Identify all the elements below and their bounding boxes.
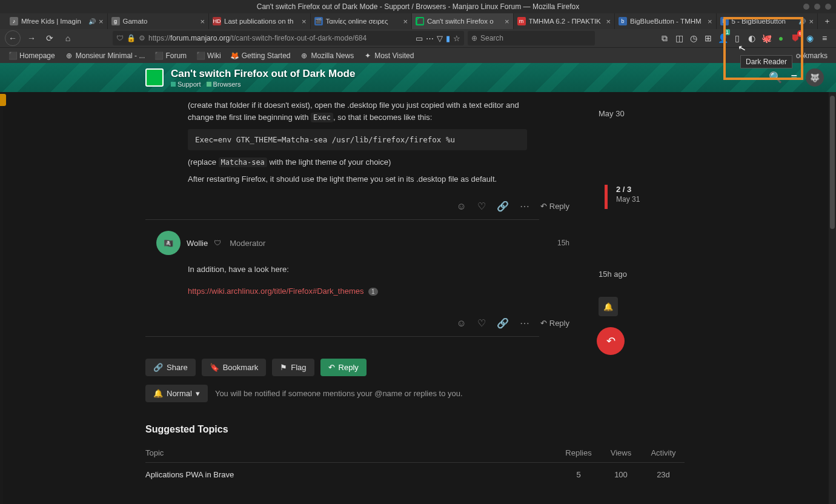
post-username[interactable]: Wollie bbox=[187, 239, 208, 248]
close-tab-icon[interactable]: × bbox=[809, 17, 814, 26]
search-placeholder: Search bbox=[480, 34, 503, 42]
link-icon[interactable]: 🔗 bbox=[497, 201, 509, 212]
scrollbar-thumb[interactable] bbox=[830, 96, 835, 229]
flag-icon[interactable]: ▮ bbox=[446, 34, 450, 43]
reload-button[interactable]: ⟳ bbox=[42, 31, 57, 45]
extension-icon[interactable]: 🐙 bbox=[760, 31, 773, 45]
tab-6[interactable]: m ΤΜΗΜΑ 6.2 - ΠΡΑΚΤΙΚ × bbox=[514, 13, 615, 29]
reply-button[interactable]: ↶ Reply bbox=[540, 319, 569, 328]
url-bar[interactable]: 🛡 🔒 ⚙ https://forum.manjaro.org/t/cant-s… bbox=[113, 31, 464, 45]
tab-5-active[interactable]: ⬛ Can't switch Firefox o × bbox=[412, 13, 514, 29]
bookmark-forum[interactable]: ⬛Forum bbox=[151, 50, 190, 61]
tab-4[interactable]: 🎬 Ταινίες online σειρες × bbox=[311, 13, 413, 29]
tab-8[interactable]: b 5 - BigBlueButton 🔊 × bbox=[717, 13, 818, 29]
close-window-button[interactable] bbox=[825, 4, 831, 10]
sidebar-icon[interactable]: ◫ bbox=[672, 31, 686, 45]
tab-1[interactable]: ♪ Mfree Kids | Imagin 🔊 × bbox=[6, 13, 108, 29]
minimize-button[interactable] bbox=[803, 4, 809, 10]
link-icon[interactable]: 🔗 bbox=[497, 317, 509, 329]
topic-reply-button[interactable]: ↶Reply bbox=[320, 359, 367, 376]
close-tab-icon[interactable]: × bbox=[505, 17, 509, 26]
home-button[interactable]: ⌂ bbox=[61, 31, 75, 45]
page-action-icon[interactable]: ⋯ bbox=[426, 34, 434, 43]
tab-3[interactable]: HD Last publications on th × bbox=[209, 13, 311, 29]
category-browsers[interactable]: Browsers bbox=[207, 81, 241, 88]
close-tab-icon[interactable]: × bbox=[200, 17, 205, 26]
close-tab-icon[interactable]: × bbox=[606, 17, 611, 26]
table-row[interactable]: Aplications PWA in Brave 5 100 23d bbox=[145, 463, 685, 482]
heart-icon[interactable]: ♡ bbox=[477, 201, 486, 212]
tab-2[interactable]: g Gamato × bbox=[108, 13, 210, 29]
lock-icon[interactable]: 🔒 bbox=[127, 34, 136, 42]
category-support[interactable]: Support bbox=[171, 81, 201, 88]
tracking-shield-icon[interactable]: 🛡 bbox=[116, 34, 124, 42]
forward-button[interactable]: → bbox=[24, 31, 39, 45]
category-square-icon bbox=[171, 82, 176, 87]
app-menu-icon[interactable]: ≡ bbox=[818, 31, 831, 45]
maximize-button[interactable] bbox=[814, 4, 820, 10]
bookmark-button[interactable]: 🔖Bookmark bbox=[202, 359, 267, 376]
notification-level-button[interactable]: 🔔 Normal ▾ bbox=[145, 385, 208, 402]
back-button[interactable]: ← bbox=[5, 30, 21, 46]
bookmark-getting-started[interactable]: 🦊Getting Started bbox=[227, 50, 294, 61]
globe-icon: ⊕ bbox=[65, 51, 73, 60]
bookmark-most-visited[interactable]: ✦Most Visited bbox=[360, 50, 417, 61]
bookmark-monsieur[interactable]: ⊕Monsieur Minimal - ... bbox=[61, 50, 149, 61]
library-icon[interactable]: ⧉ bbox=[658, 31, 671, 45]
close-tab-icon[interactable]: × bbox=[708, 17, 712, 26]
ublock-icon[interactable]: ⛊9 bbox=[789, 31, 802, 45]
share-button[interactable]: 🔗Share bbox=[145, 359, 196, 376]
bookmark-wiki[interactable]: ⬛Wiki bbox=[193, 50, 225, 61]
bookmark-star-icon[interactable]: ☆ bbox=[453, 34, 460, 43]
flag-button[interactable]: ⚑Flag bbox=[272, 359, 314, 376]
favicon-icon: b bbox=[619, 17, 627, 25]
nav-toolbar: ← → ⟳ ⌂ 🛡 🔒 ⚙ https://forum.manjaro.org/… bbox=[0, 29, 836, 47]
audio-icon[interactable]: 🔊 bbox=[88, 18, 96, 25]
extension-icon-3[interactable]: ◉ bbox=[803, 31, 817, 45]
user-avatar[interactable]: 🐺 bbox=[806, 68, 824, 87]
topic-timeline[interactable]: May 30 2 / 3 May 31 15h ago 🔔 bbox=[599, 109, 683, 316]
sync-icon[interactable]: 👤1 bbox=[716, 31, 729, 45]
post-avatar[interactable]: 🏴‍☠️ bbox=[156, 231, 181, 255]
heart-icon[interactable]: ♡ bbox=[477, 317, 486, 329]
timeline-start-date[interactable]: May 30 bbox=[599, 109, 683, 118]
hamburger-icon[interactable]: ≡ bbox=[791, 71, 797, 84]
emoji-icon[interactable]: ☺ bbox=[456, 318, 466, 329]
timeline-notifications-button[interactable]: 🔔 bbox=[599, 297, 618, 316]
other-bookmarks[interactable]: ookmarks bbox=[792, 50, 831, 61]
compose-reply-fab[interactable]: ↶ bbox=[597, 327, 625, 355]
search-engine-icon[interactable]: ⊕ bbox=[471, 34, 477, 42]
darkreader-icon[interactable]: ◐ bbox=[745, 31, 758, 45]
container-icon[interactable]: ⊞ bbox=[702, 31, 715, 45]
link-click-count: 1 bbox=[368, 288, 378, 296]
reader-mode-icon[interactable]: ▭ bbox=[416, 34, 423, 43]
extension-icon-2[interactable]: ● bbox=[774, 31, 788, 45]
audio-icon[interactable]: 🔊 bbox=[798, 18, 806, 25]
tab-7[interactable]: b BigBlueButton - ΤΜΗΜ × bbox=[615, 13, 717, 29]
timeline-scrubber[interactable]: 2 / 3 May 31 bbox=[605, 185, 683, 209]
more-icon[interactable]: ⋯ bbox=[520, 317, 529, 329]
bookmark-mozilla-news[interactable]: ⊕Mozilla News bbox=[296, 50, 357, 61]
post-timestamp[interactable]: 15h bbox=[557, 239, 569, 247]
more-icon[interactable]: ⋯ bbox=[520, 201, 529, 212]
emoji-icon[interactable]: ☺ bbox=[456, 201, 466, 212]
close-tab-icon[interactable]: × bbox=[403, 17, 408, 26]
timeline-end-date[interactable]: 15h ago bbox=[599, 270, 683, 279]
topic-title[interactable]: Can't switch Firefox out of Dark Mode bbox=[171, 68, 355, 80]
reply-button[interactable]: ↶ Reply bbox=[540, 202, 569, 211]
new-tab-button[interactable]: ＋ bbox=[818, 13, 836, 29]
search-icon[interactable]: 🔍 bbox=[769, 71, 782, 84]
search-bar[interactable]: ⊕ Search bbox=[468, 31, 595, 45]
bookmark-homepage[interactable]: ⬛Homepage bbox=[5, 50, 59, 61]
tab-strip: ♪ Mfree Kids | Imagin 🔊 × g Gamato × HD … bbox=[0, 13, 836, 29]
history-icon[interactable]: ◷ bbox=[687, 31, 700, 45]
pocket-icon[interactable]: ▽ bbox=[437, 34, 443, 43]
star-icon: ✦ bbox=[363, 51, 372, 60]
category-label: Support bbox=[177, 81, 201, 88]
permissions-icon[interactable]: ⚙ bbox=[139, 34, 145, 42]
close-tab-icon[interactable]: × bbox=[302, 17, 307, 26]
bookmark-label: Monsieur Minimal - ... bbox=[76, 51, 145, 60]
close-tab-icon[interactable]: × bbox=[99, 17, 104, 26]
external-link[interactable]: https://wiki.archlinux.org/title/Firefox… bbox=[188, 285, 363, 297]
manjaro-logo-icon[interactable] bbox=[145, 68, 164, 87]
